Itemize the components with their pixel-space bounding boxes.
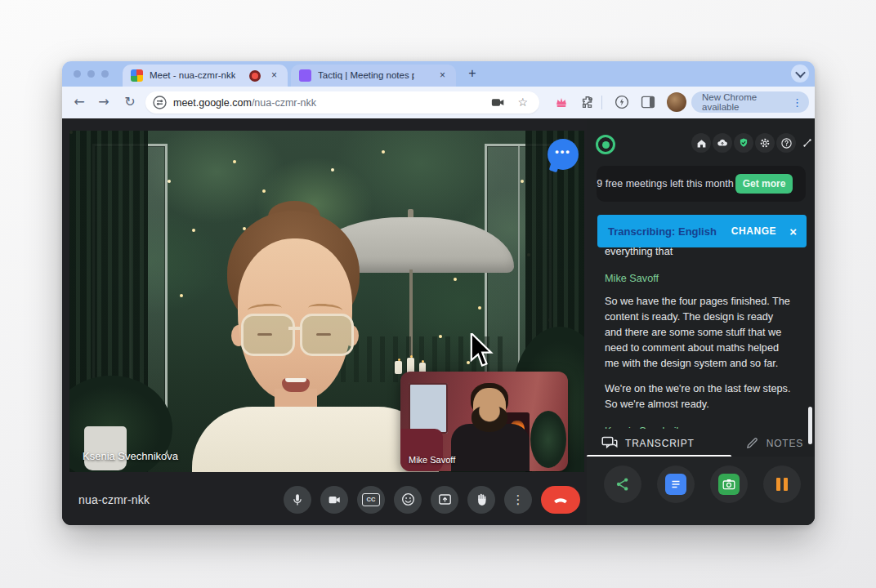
- sidebar-action-bar: [587, 457, 815, 525]
- browser-toolbar: ← → ↻ meet.google.com/nua-czmr-nkk ☆: [62, 87, 815, 118]
- pip-video-tile[interactable]: Mike Savoff: [400, 372, 568, 471]
- close-banner-icon[interactable]: ×: [789, 225, 797, 238]
- sidebar-header: [587, 133, 815, 156]
- performance-icon[interactable]: [615, 95, 629, 113]
- tab-meet[interactable]: Meet - nua-czmr-nkk ×: [123, 65, 288, 87]
- transcript-line: So we have the four pages finished. The …: [605, 294, 791, 372]
- google-docs-button[interactable]: [657, 466, 695, 503]
- meet-favicon: [131, 69, 143, 82]
- recording-indicator-icon: [249, 70, 261, 82]
- pip-participant-beard: [472, 406, 507, 432]
- address-bar[interactable]: meet.google.com/nua-czmr-nkk ☆: [145, 91, 539, 114]
- more-vertical-icon: ⋮: [512, 492, 525, 507]
- tactiq-floating-bubble[interactable]: •••: [548, 139, 579, 170]
- new-tab-button[interactable]: +: [464, 65, 480, 82]
- pip-chair: [400, 429, 443, 471]
- mouth: [282, 378, 310, 392]
- meeting-code: nua-czmr-nkk: [78, 493, 150, 506]
- camera-button[interactable]: [320, 486, 348, 514]
- plant-pot: [84, 426, 127, 470]
- extensions-puzzle-icon[interactable]: [580, 95, 595, 113]
- transcript-scroll-area[interactable]: everything that Mike Savoff So we have t…: [605, 243, 791, 429]
- help-icon[interactable]: [776, 133, 796, 153]
- tactiq-logo-icon: [596, 135, 615, 154]
- share-button[interactable]: [604, 466, 641, 503]
- close-tab-icon[interactable]: ×: [268, 69, 280, 82]
- captions-button[interactable]: CC: [357, 486, 385, 514]
- docs-icon: [665, 474, 686, 495]
- pause-transcription-button[interactable]: [763, 466, 801, 503]
- reload-button[interactable]: ↻: [121, 94, 139, 109]
- traffic-light-zoom[interactable]: [101, 70, 109, 78]
- tab-transcript[interactable]: TRANSCRIPT: [601, 436, 695, 450]
- transcript-line: We're on the we're on the last few steps…: [605, 381, 791, 412]
- transcript-speaker: Ksenia Svechnikova: [605, 425, 791, 429]
- transcript-line: everything that: [605, 244, 791, 260]
- eye: [316, 333, 331, 336]
- traffic-light-minimize[interactable]: [87, 70, 95, 78]
- participant-name-label: Ksenia Svechnikova: [83, 450, 178, 462]
- tab-title: Tactiq | Meeting notes powe: [318, 70, 414, 80]
- bookmark-star-icon[interactable]: ☆: [517, 96, 528, 109]
- tab-search-chevron[interactable]: [791, 65, 809, 82]
- pencil-icon: [745, 436, 759, 450]
- transcript-speaker: Mike Savoff: [605, 273, 791, 284]
- side-panel-icon[interactable]: [641, 95, 655, 113]
- settings-gear-icon[interactable]: [755, 133, 775, 153]
- page-content: Ksenia Svechnikova ••• Mike Savoff: [62, 118, 815, 525]
- change-language-button[interactable]: CHANGE: [731, 225, 777, 237]
- cloud-upload-icon[interactable]: [713, 133, 732, 153]
- update-pill-label: New Chrome available: [702, 92, 792, 112]
- end-call-button[interactable]: [541, 486, 580, 514]
- pip-plant: [530, 411, 566, 468]
- screenshot-button[interactable]: [710, 466, 748, 503]
- url-text[interactable]: meet.google.com/nua-czmr-nkk: [173, 97, 316, 109]
- tab-notes[interactable]: NOTES: [745, 436, 803, 450]
- raise-hand-button[interactable]: [467, 486, 495, 514]
- detach-panel-icon[interactable]: [798, 133, 815, 153]
- tactiq-sidebar: 9 free meetings left this month Get more…: [587, 118, 815, 525]
- tactiq-favicon: [299, 69, 311, 82]
- glasses-bridge: [288, 327, 302, 330]
- site-info-icon[interactable]: [153, 96, 167, 113]
- meet-stage: Ksenia Svechnikova ••• Mike Savoff: [62, 118, 587, 525]
- tab-strip: Meet - nua-czmr-nkk × Tactiq | Meeting n…: [62, 61, 815, 87]
- privacy-shield-icon[interactable]: [734, 133, 753, 153]
- present-screen-button[interactable]: [431, 486, 458, 514]
- forward-button[interactable]: →: [95, 94, 113, 109]
- sidebar-tabs: TRANSCRIPT NOTES: [587, 430, 815, 457]
- tactiq-extension-icon[interactable]: [554, 95, 569, 113]
- cc-icon: CC: [362, 493, 380, 506]
- transcribing-label: Transcribing: English: [608, 225, 717, 238]
- back-button[interactable]: ←: [70, 94, 88, 109]
- camera-in-use-icon[interactable]: [491, 96, 505, 112]
- more-options-button[interactable]: ⋮: [504, 486, 532, 514]
- pip-name-label: Mike Savoff: [409, 455, 455, 465]
- candle: [395, 361, 402, 374]
- sidebar-scrollbar[interactable]: [808, 407, 812, 444]
- eye: [257, 333, 272, 336]
- profile-avatar[interactable]: [667, 92, 686, 112]
- url-host: meet.google.com: [173, 97, 252, 109]
- meet-control-bar: nua-czmr-nkk CC: [62, 474, 587, 525]
- traffic-light-close[interactable]: [74, 70, 81, 78]
- tab-tactiq[interactable]: Tactiq | Meeting notes powe ×: [291, 65, 456, 87]
- close-tab-icon[interactable]: ×: [436, 69, 449, 82]
- home-icon[interactable]: [691, 133, 711, 153]
- tab-notes-label: NOTES: [766, 438, 803, 449]
- free-meetings-card: 9 free meetings left this month Get more: [597, 166, 806, 202]
- more-vertical-icon[interactable]: ⋮: [792, 96, 802, 109]
- reactions-button[interactable]: [394, 486, 422, 514]
- microphone-button[interactable]: [284, 486, 311, 514]
- meet-controls: CC ⋮: [284, 486, 587, 514]
- chevron-down-icon: [795, 67, 806, 78]
- get-more-button[interactable]: Get more: [735, 174, 793, 194]
- camera-icon: [718, 474, 740, 495]
- main-video-tile: Ksenia Svechnikova ••• Mike Savoff: [69, 131, 584, 472]
- chrome-update-pill[interactable]: New Chrome available ⋮: [691, 91, 809, 113]
- tab-title: Meet - nua-czmr-nkk: [150, 70, 235, 80]
- toolbar-divider: [601, 96, 602, 109]
- pause-icon: [776, 478, 788, 491]
- browser-window: Meet - nua-czmr-nkk × Tactiq | Meeting n…: [62, 61, 815, 525]
- free-meetings-text: 9 free meetings left this month: [597, 177, 734, 190]
